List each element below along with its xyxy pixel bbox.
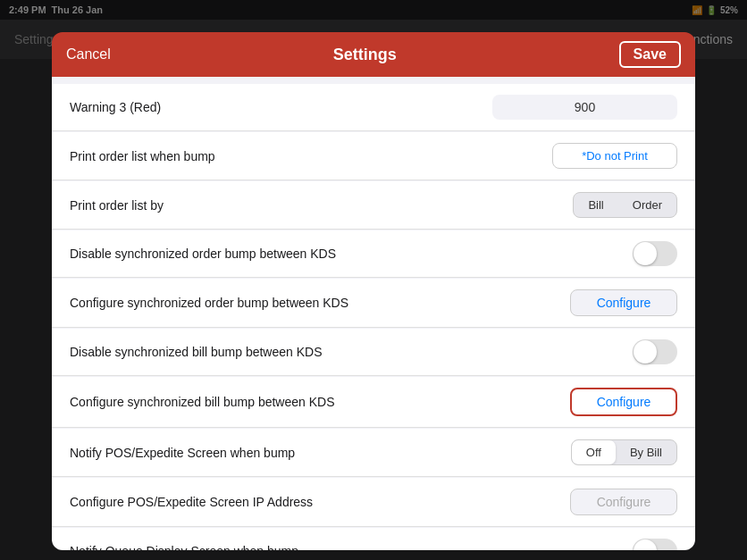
setting-label-print-by: Print order list by [70,198,573,213]
setting-row-print-by: Print order list by Bill Order [52,181,695,230]
setting-label-configure-pos-ip: Configure POS/Expedite Screen IP Address [70,495,570,509]
setting-row-warning3: Warning 3 (Red) [52,84,695,131]
seg-bill[interactable]: Bill [574,193,617,217]
setting-row-configure-order-bump: Configure synchronized order bump betwee… [52,279,695,328]
setting-label-configure-order-bump: Configure synchronized order bump betwee… [70,296,570,310]
setting-control-warning3 [492,95,677,120]
setting-label-print-bump: Print order list when bump [70,149,552,163]
seg-order[interactable]: Order [618,193,676,217]
warning3-input[interactable] [492,95,677,120]
setting-control-configure-pos-ip: Configure [570,489,677,515]
setting-control-print-by: Bill Order [573,192,677,218]
setting-label-notify-pos: Notify POS/Expedite Screen when bump [70,446,571,460]
setting-control-notify-queue [633,539,677,550]
setting-label-disable-bill-bump: Disable synchronized bill bump between K… [70,345,633,359]
notify-queue-toggle[interactable] [633,539,677,550]
setting-control-print-bump: *Do not Print [552,143,677,169]
setting-row-configure-pos-ip: Configure POS/Expedite Screen IP Address… [52,478,695,527]
print-by-segmented: Bill Order [573,192,677,218]
configure-order-bump-button[interactable]: Configure [570,289,677,316]
modal-overlay: Cancel Settings Save Warning 3 (Red) Pri… [0,0,747,560]
setting-row-notify-pos: Notify POS/Expedite Screen when bump Off… [52,429,695,477]
seg-by-bill[interactable]: By Bill [616,440,676,464]
save-button[interactable]: Save [619,41,681,68]
configure-pos-ip-button[interactable]: Configure [570,489,677,515]
modal-header: Cancel Settings Save [52,32,695,77]
setting-control-disable-bill-bump [633,339,677,364]
setting-label-notify-queue: Notify Queue Display Screen when bump [70,544,633,550]
setting-row-print-bump: Print order list when bump *Do not Print [52,132,695,180]
modal-title: Settings [333,46,397,64]
toggle-knob-3 [634,539,657,550]
setting-label-disable-order-bump: Disable synchronized order bump between … [70,247,633,261]
setting-control-disable-order-bump [633,241,677,266]
disable-bill-bump-toggle[interactable] [633,339,677,364]
setting-control-configure-order-bump: Configure [570,289,677,316]
setting-label-configure-bill-bump: Configure synchronized bill bump between… [70,395,570,409]
setting-row-disable-order-bump: Disable synchronized order bump between … [52,230,695,278]
configure-bill-bump-button[interactable]: Configure [570,388,677,416]
notify-pos-segmented: Off By Bill [571,439,677,465]
cancel-button[interactable]: Cancel [66,46,111,63]
setting-row-disable-bill-bump: Disable synchronized bill bump between K… [52,329,695,376]
disable-order-bump-toggle[interactable] [633,241,677,266]
toggle-knob-2 [634,340,657,364]
toggle-knob [634,242,657,265]
setting-row-notify-queue: Notify Queue Display Screen when bump [52,528,695,550]
setting-control-notify-pos: Off By Bill [571,439,677,465]
modal-body: Warning 3 (Red) Print order list when bu… [52,77,695,550]
setting-control-configure-bill-bump: Configure [570,388,677,416]
seg-off[interactable]: Off [572,440,616,464]
setting-label-warning3: Warning 3 (Red) [70,100,492,114]
do-not-print-button[interactable]: *Do not Print [552,143,677,169]
setting-row-configure-bill-bump: Configure synchronized bill bump between… [52,377,695,428]
